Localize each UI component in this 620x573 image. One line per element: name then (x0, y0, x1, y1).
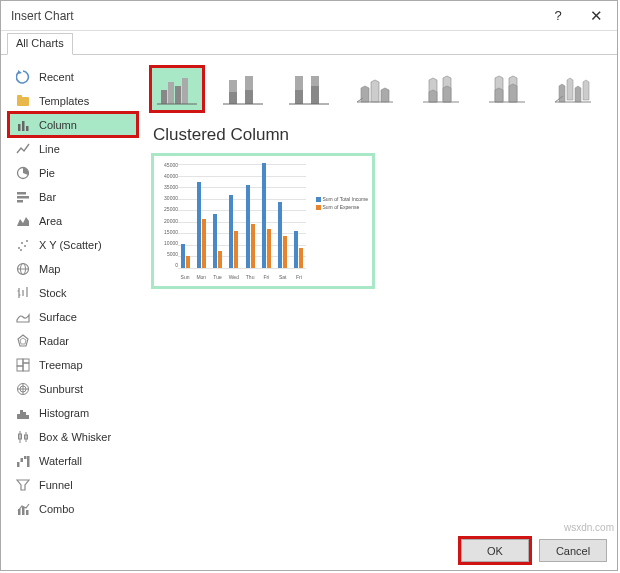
sidebar-item-funnel[interactable]: Funnel (9, 473, 137, 496)
templates-icon (15, 93, 31, 109)
sidebar-item-combo[interactable]: Combo (9, 497, 137, 520)
tab-bar: All Charts (1, 31, 617, 55)
cancel-button[interactable]: Cancel (539, 539, 607, 562)
svg-rect-55 (245, 90, 253, 104)
sidebar-item-box-whisker[interactable]: Box & Whisker (9, 425, 137, 448)
sidebar-item-label: Sunburst (39, 383, 83, 395)
sidebar-item-pie[interactable]: Pie (9, 161, 137, 184)
svg-rect-35 (26, 415, 29, 419)
sidebar-item-recent[interactable]: Recent (9, 65, 137, 88)
chart-preview[interactable]: 4500040000350003000025000200001500010000… (151, 153, 375, 289)
close-button[interactable]: ✕ (577, 2, 615, 30)
stock-icon (15, 285, 31, 301)
subtype-3d-column[interactable] (547, 67, 599, 111)
svg-point-12 (26, 240, 28, 242)
subtype-100-stacked-column[interactable] (283, 67, 335, 111)
svg-rect-33 (20, 410, 23, 419)
dialog-title: Insert Chart (11, 9, 539, 23)
subtype-3d-clustered-column[interactable] (349, 67, 401, 111)
svg-rect-0 (17, 97, 29, 106)
sidebar-item-waterfall[interactable]: Waterfall (9, 449, 137, 472)
watermark: wsxdn.com (564, 522, 614, 533)
sidebar-item-bar[interactable]: Bar (9, 185, 137, 208)
svg-rect-45 (22, 507, 25, 515)
sidebar-item-label: Line (39, 143, 60, 155)
funnel-icon (15, 477, 31, 493)
sunburst-icon (15, 381, 31, 397)
preview-xaxis: SunMonTueWedThuFriSatFri (178, 274, 306, 280)
svg-rect-8 (17, 200, 23, 203)
svg-rect-53 (229, 92, 237, 104)
svg-rect-46 (26, 510, 29, 515)
sidebar-item-label: Waterfall (39, 455, 82, 467)
pie-icon (15, 165, 31, 181)
sidebar-item-scatter[interactable]: X Y (Scatter) (9, 233, 137, 256)
sidebar-item-surface[interactable]: Surface (9, 305, 137, 328)
subtype-row (151, 65, 607, 113)
subtype-3d-stacked-column[interactable] (415, 67, 467, 111)
main-panel: Clustered Column 45000400003500030000250… (151, 65, 607, 525)
svg-point-13 (20, 249, 22, 251)
svg-rect-43 (27, 456, 30, 467)
svg-point-10 (21, 242, 23, 244)
svg-rect-42 (24, 456, 27, 459)
sidebar-item-map[interactable]: Map (9, 257, 137, 280)
sidebar-item-label: Surface (39, 311, 77, 323)
subtype-clustered-column[interactable] (151, 67, 203, 111)
sidebar-item-label: Bar (39, 191, 56, 203)
sidebar-item-label: Pie (39, 167, 55, 179)
surface-icon (15, 309, 31, 325)
subtype-3d-100-stacked-column[interactable] (481, 67, 533, 111)
area-icon (15, 213, 31, 229)
svg-rect-32 (17, 414, 20, 419)
sidebar-item-sunburst[interactable]: Sunburst (9, 377, 137, 400)
svg-rect-7 (17, 196, 29, 199)
sidebar-item-label: Treemap (39, 359, 83, 371)
sidebar-item-templates[interactable]: Templates (9, 89, 137, 112)
sidebar-item-label: Combo (39, 503, 74, 515)
svg-rect-2 (18, 124, 21, 131)
treemap-icon (15, 357, 31, 373)
content-area: Recent Templates Column Line Pie Bar (1, 55, 617, 531)
ok-button[interactable]: OK (461, 539, 529, 562)
svg-rect-24 (17, 359, 23, 366)
sidebar-item-label: Recent (39, 71, 74, 83)
box-whisker-icon (15, 429, 31, 445)
sidebar-item-label: Funnel (39, 479, 73, 491)
help-button[interactable]: ? (539, 2, 577, 30)
sidebar-item-label: Stock (39, 287, 67, 299)
svg-rect-34 (23, 412, 26, 419)
svg-rect-27 (17, 366, 23, 371)
svg-marker-23 (20, 338, 26, 344)
sidebar-item-label: Box & Whisker (39, 431, 111, 443)
titlebar: Insert Chart ? ✕ (1, 1, 617, 31)
svg-rect-1 (17, 95, 22, 98)
column-icon (15, 117, 31, 133)
sidebar-item-area[interactable]: Area (9, 209, 137, 232)
tab-all-charts[interactable]: All Charts (7, 33, 73, 55)
sidebar-item-histogram[interactable]: Histogram (9, 401, 137, 424)
sidebar-item-label: Column (39, 119, 77, 131)
svg-point-11 (24, 245, 26, 247)
svg-rect-4 (26, 126, 29, 131)
sidebar-item-label: Histogram (39, 407, 89, 419)
sidebar-item-label: Area (39, 215, 62, 227)
sidebar-item-radar[interactable]: Radar (9, 329, 137, 352)
chart-type-title: Clustered Column (153, 125, 607, 145)
chart-category-sidebar: Recent Templates Column Line Pie Bar (9, 65, 137, 525)
combo-icon (15, 501, 31, 517)
sidebar-item-label: X Y (Scatter) (39, 239, 102, 251)
sidebar-item-column[interactable]: Column (9, 113, 137, 136)
sidebar-item-line[interactable]: Line (9, 137, 137, 160)
map-icon (15, 261, 31, 277)
sidebar-item-treemap[interactable]: Treemap (9, 353, 137, 376)
subtype-stacked-column[interactable] (217, 67, 269, 111)
radar-icon (15, 333, 31, 349)
svg-point-9 (18, 247, 20, 249)
sidebar-item-stock[interactable]: Stock (9, 281, 137, 304)
svg-rect-60 (311, 86, 319, 104)
svg-rect-49 (175, 86, 181, 104)
svg-rect-47 (161, 90, 167, 104)
scatter-icon (15, 237, 31, 253)
sidebar-item-label: Radar (39, 335, 69, 347)
